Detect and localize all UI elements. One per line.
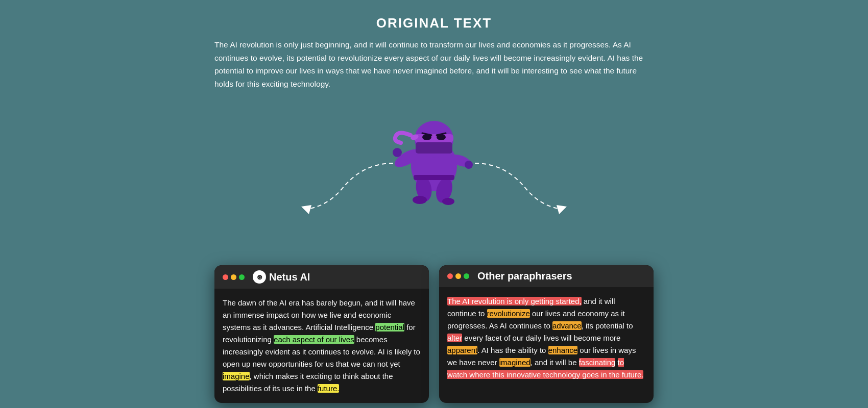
other-highlight-imagined: imagined	[499, 358, 531, 367]
netus-highlight-potential: potential	[375, 323, 404, 332]
other-highlight-enhance: enhance	[548, 346, 578, 354]
netus-traffic-lights	[223, 274, 245, 280]
netus-title-text: Netus AI	[269, 271, 310, 283]
netus-highlight-each: each aspect of our lives	[274, 335, 354, 344]
page-container: ORIGINAL TEXT The AI revolution is only …	[0, 0, 868, 408]
other-dot-yellow	[455, 273, 461, 279]
svg-rect-19	[414, 175, 454, 180]
other-text-8	[615, 358, 617, 367]
dot-yellow	[231, 274, 236, 280]
original-text-title: ORIGINAL TEXT	[214, 15, 654, 31]
svg-point-9	[413, 196, 427, 204]
netus-panel-body: The dawn of the AI era has barely begun,…	[214, 289, 429, 403]
netus-logo-icon: ⊛	[253, 270, 266, 284]
other-dot-red	[447, 273, 453, 279]
svg-point-5	[393, 148, 402, 157]
other-text-3: , its potential to	[582, 321, 633, 330]
other-highlight-advance: advance	[552, 321, 582, 330]
other-panel-title: Other paraphrasers	[477, 270, 572, 282]
dot-green	[239, 274, 245, 280]
other-text-7: , and it will be	[531, 358, 579, 367]
other-highlight-apparent: apparent	[447, 346, 477, 354]
other-panel-body: The AI revolution is only getting starte…	[439, 287, 654, 389]
other-highlight-revolutionize: revolutionize	[487, 309, 530, 318]
original-text-section: ORIGINAL TEXT The AI revolution is only …	[214, 15, 654, 90]
netus-panel: ⊛ Netus AI The dawn of the AI era has ba…	[214, 265, 429, 403]
other-text-5: . AI has the ability to	[477, 346, 548, 354]
other-highlight-fascinating: fascinating	[579, 358, 616, 367]
dot-red	[223, 274, 228, 280]
other-text-4: every facet of our daily lives will beco…	[462, 334, 620, 342]
other-panel: Other paraphrasers The AI revolution is …	[439, 265, 654, 403]
svg-point-6	[465, 161, 473, 169]
other-title-text: Other paraphrasers	[477, 270, 572, 282]
svg-marker-0	[301, 205, 311, 214]
ninja-character	[383, 99, 485, 212]
original-text-body: The AI revolution is only just beginning…	[214, 38, 654, 90]
netus-titlebar: ⊛ Netus AI	[214, 265, 429, 289]
svg-marker-1	[557, 205, 567, 214]
netus-highlight-future: future.	[318, 384, 340, 393]
netus-highlight-imagine: imagine	[223, 372, 250, 380]
other-highlight-alter: alter	[447, 334, 462, 342]
panels-row: ⊛ Netus AI The dawn of the AI era has ba…	[214, 265, 654, 403]
svg-point-10	[442, 198, 454, 205]
other-traffic-lights	[447, 273, 469, 279]
svg-rect-18	[416, 142, 452, 154]
other-highlight-1: The AI revolution is only getting starte…	[447, 297, 582, 305]
netus-panel-title: ⊛ Netus AI	[253, 270, 310, 284]
other-dot-green	[464, 273, 469, 279]
svg-rect-12	[415, 134, 453, 142]
other-titlebar: Other paraphrasers	[439, 265, 654, 287]
